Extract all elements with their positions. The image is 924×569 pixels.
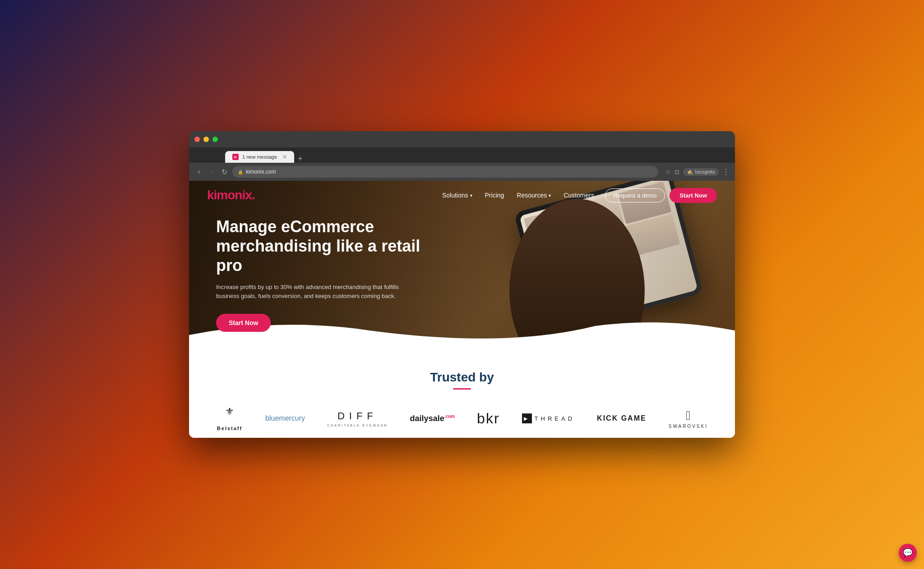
diff-label: DIFF — [337, 410, 378, 422]
belstaff-label: Belstaff — [217, 426, 242, 431]
trusted-title: Trusted by — [216, 370, 708, 385]
trusted-underline — [453, 388, 471, 390]
svg-text:⚜: ⚜ — [225, 406, 234, 417]
pip-icon[interactable]: ⊡ — [675, 169, 679, 175]
trusted-section: Trusted by ⚜ Belstaff bluemercury — [189, 352, 735, 438]
back-button[interactable]: ‹ — [194, 168, 203, 176]
tab-label: 1 new message — [242, 154, 277, 160]
hero-section: kimonix. Solutions ▾ Pricing Resources ▾ — [189, 181, 735, 352]
website-wrapper: kimonix. Solutions ▾ Pricing Resources ▾ — [189, 181, 735, 438]
bkr-label: bkr — [477, 410, 499, 427]
resources-chevron: ▾ — [549, 193, 551, 198]
forward-button[interactable]: › — [207, 168, 216, 176]
hero-subtitle: Increase profits by up to 30% with advan… — [216, 283, 406, 302]
brand-belstaff: ⚜ Belstaff — [216, 406, 243, 431]
nav-customers[interactable]: Customers — [564, 192, 594, 199]
hero-title: Manage eCommerce merchandising like a re… — [216, 217, 451, 275]
title-bar — [189, 131, 735, 147]
resources-label: Resources — [517, 192, 547, 199]
brand-dailysale: dailysale.com — [410, 414, 455, 423]
browser-tab[interactable]: K 1 new message ✕ — [225, 151, 294, 163]
swarovski-swan-icon: 𓅿 — [686, 408, 690, 423]
solutions-chevron: ▾ — [470, 193, 472, 198]
brand-diff: DIFF CHARITABLE EYEWEAR — [327, 410, 388, 427]
address-bar: ‹ › ↻ 🔒 kimonix.com ☆ ⊡ 🕵 Incognito ⋮ — [189, 163, 735, 181]
bookmark-icon[interactable]: ☆ — [665, 169, 671, 175]
brand-swarovski: 𓅿 SWAROVSKI — [669, 408, 708, 429]
brand-bkr: bkr — [477, 410, 499, 427]
minimize-button[interactable] — [203, 137, 209, 142]
dailysale-label: dailysale.com — [410, 414, 455, 423]
request-demo-button[interactable]: Request a demo — [605, 188, 665, 202]
nav-pricing[interactable]: Pricing — [485, 192, 504, 199]
bluemercury-label: bluemercury — [265, 414, 305, 422]
dailysale-com: .com — [444, 414, 455, 419]
address-input[interactable]: 🔒 kimonix.com — [232, 166, 658, 178]
tab-favicon: K — [232, 154, 239, 160]
tab-close-icon[interactable]: ✕ — [282, 154, 287, 160]
diff-sub-label: CHARITABLE EYEWEAR — [327, 424, 388, 427]
tab-bar: K 1 new message ✕ + — [189, 147, 735, 163]
maximize-button[interactable] — [213, 137, 218, 142]
addr-actions: ☆ ⊡ 🕵 Incognito ⋮ — [665, 168, 730, 176]
logos-row: ⚜ Belstaff bluemercury DIFF CHARITABLE E… — [216, 406, 708, 431]
incognito-label: Incognito — [695, 169, 715, 174]
reload-button[interactable]: ↻ — [220, 168, 229, 176]
incognito-icon: 🕵 — [687, 169, 693, 175]
start-now-button-nav[interactable]: Start Now — [670, 188, 717, 203]
url-text: kimonix.com — [246, 169, 276, 175]
swarovski-label: SWAROVSKI — [669, 424, 708, 429]
logo[interactable]: kimonix. — [207, 188, 255, 202]
pricing-label: Pricing — [485, 192, 504, 199]
brand-bluemercury: bluemercury — [265, 414, 305, 422]
belstaff-wings-icon: ⚜ — [216, 406, 243, 424]
logo-text: kimonix — [207, 188, 252, 202]
nav-solutions[interactable]: Solutions ▾ — [442, 192, 472, 199]
close-button[interactable] — [194, 137, 200, 142]
site-nav: kimonix. Solutions ▾ Pricing Resources ▾ — [189, 181, 735, 210]
nav-links: Solutions ▾ Pricing Resources ▾ Customer… — [442, 192, 594, 199]
logo-dot: . — [252, 188, 255, 202]
website: kimonix. Solutions ▾ Pricing Resources ▾ — [189, 181, 735, 438]
hero-content: Manage eCommerce merchandising like a re… — [216, 217, 451, 332]
traffic-lights — [194, 137, 218, 142]
thread-label: ▶ THREAD — [522, 413, 575, 423]
kickgame-label: KICK GAME — [597, 414, 647, 422]
thread-arrow-icon: ▶ — [522, 413, 532, 423]
customers-label: Customers — [564, 192, 594, 199]
brand-kickgame: KICK GAME — [597, 414, 647, 422]
new-tab-button[interactable]: + — [294, 155, 306, 163]
brand-thread: ▶ THREAD — [522, 413, 575, 423]
start-now-button-hero[interactable]: Start Now — [216, 314, 271, 332]
lock-icon: 🔒 — [238, 170, 243, 174]
nav-resources[interactable]: Resources ▾ — [517, 192, 551, 199]
solutions-label: Solutions — [442, 192, 468, 199]
mac-window: K 1 new message ✕ + ‹ › ↻ 🔒 kimonix.com … — [189, 131, 735, 438]
menu-icon[interactable]: ⋮ — [722, 168, 730, 176]
incognito-badge: 🕵 Incognito — [683, 168, 719, 176]
